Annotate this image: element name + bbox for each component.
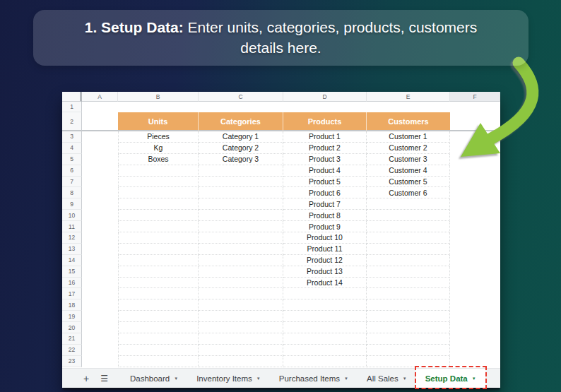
- cell-B22[interactable]: [118, 345, 199, 356]
- cell-F9[interactable]: [450, 198, 500, 210]
- cell-E3[interactable]: Customer 1: [367, 131, 450, 143]
- row-header-19[interactable]: 19: [62, 311, 82, 322]
- cell-A23[interactable]: [82, 356, 118, 367]
- cell-F10[interactable]: [450, 210, 500, 221]
- cell-E19[interactable]: [367, 311, 450, 322]
- cell-A4[interactable]: [82, 143, 118, 154]
- cell-F20[interactable]: [450, 322, 500, 333]
- cell-A15[interactable]: [82, 266, 118, 278]
- column-header-C[interactable]: C: [199, 92, 283, 102]
- cell-E9[interactable]: [367, 198, 450, 210]
- cell-D23[interactable]: [283, 356, 367, 367]
- row-header-23[interactable]: 23: [62, 356, 82, 367]
- cell-D22[interactable]: [283, 345, 367, 356]
- row-header-1[interactable]: 1: [62, 102, 82, 112]
- cell-A9[interactable]: [82, 198, 118, 210]
- cell-D4[interactable]: Product 2: [283, 143, 367, 154]
- cell-B21[interactable]: [118, 333, 199, 345]
- cell-A10[interactable]: [82, 210, 118, 221]
- row-header-4[interactable]: 4: [62, 143, 82, 154]
- row-header-2[interactable]: 2: [62, 112, 82, 131]
- cell-D21[interactable]: [283, 333, 367, 345]
- cell-F11[interactable]: [450, 221, 500, 232]
- cell-E23[interactable]: [367, 356, 450, 367]
- cell-F2[interactable]: [450, 112, 500, 131]
- cell-D1[interactable]: [283, 102, 367, 112]
- cell-A22[interactable]: [82, 345, 118, 356]
- cell-E5[interactable]: Customer 3: [367, 154, 450, 165]
- cell-D9[interactable]: Product 7: [283, 198, 367, 210]
- cell-F22[interactable]: [450, 345, 500, 356]
- cell-A6[interactable]: [82, 165, 118, 177]
- row-header-15[interactable]: 15: [62, 266, 82, 278]
- row-header-5[interactable]: 5: [62, 154, 82, 165]
- cell-C18[interactable]: [199, 299, 283, 311]
- cell-C6[interactable]: [199, 165, 283, 177]
- cell-D12[interactable]: Product 10: [283, 232, 367, 244]
- select-all-corner[interactable]: [62, 92, 82, 102]
- cell-F7[interactable]: [450, 177, 500, 188]
- cell-A21[interactable]: [82, 333, 118, 345]
- cell-D14[interactable]: Product 12: [283, 255, 367, 266]
- cell-B17[interactable]: [118, 288, 199, 299]
- cell-C19[interactable]: [199, 311, 283, 322]
- column-header-F[interactable]: F: [450, 92, 500, 102]
- cell-B16[interactable]: [118, 278, 199, 289]
- cell-B14[interactable]: [118, 255, 199, 266]
- cell-C13[interactable]: [199, 244, 283, 255]
- cell-F18[interactable]: [450, 299, 500, 311]
- cell-F1[interactable]: [450, 102, 500, 112]
- row-header-11[interactable]: 11: [62, 221, 82, 232]
- cell-C15[interactable]: [199, 266, 283, 278]
- row-header-7[interactable]: 7: [62, 177, 82, 188]
- cell-B15[interactable]: [118, 266, 199, 278]
- cell-C7[interactable]: [199, 177, 283, 188]
- cell-F19[interactable]: [450, 311, 500, 322]
- column-header-D[interactable]: D: [283, 92, 367, 102]
- cell-A14[interactable]: [82, 255, 118, 266]
- cell-E14[interactable]: [367, 255, 450, 266]
- cell-B5[interactable]: Boxes: [118, 154, 199, 165]
- table-header-units[interactable]: Units: [118, 112, 199, 131]
- cell-B12[interactable]: [118, 232, 199, 244]
- cell-E21[interactable]: [367, 333, 450, 345]
- column-header-B[interactable]: B: [118, 92, 199, 102]
- cell-D7[interactable]: Product 5: [283, 177, 367, 188]
- cell-D8[interactable]: Product 6: [283, 187, 367, 198]
- cell-D10[interactable]: Product 8: [283, 210, 367, 221]
- cell-B3[interactable]: Pieces: [118, 131, 199, 143]
- cell-F3[interactable]: [450, 131, 500, 143]
- cell-C4[interactable]: Category 2: [199, 143, 283, 154]
- cell-F17[interactable]: [450, 288, 500, 299]
- cell-D11[interactable]: Product 9: [283, 221, 367, 232]
- cell-C1[interactable]: [199, 102, 283, 112]
- cell-C10[interactable]: [199, 210, 283, 221]
- cell-D3[interactable]: Product 1: [283, 131, 367, 143]
- row-header-3[interactable]: 3: [62, 131, 82, 143]
- column-header-A[interactable]: A: [82, 92, 118, 102]
- cell-A16[interactable]: [82, 278, 118, 289]
- cell-E13[interactable]: [367, 244, 450, 255]
- cell-A7[interactable]: [82, 177, 118, 188]
- cell-F4[interactable]: [450, 143, 500, 154]
- cell-D19[interactable]: [283, 311, 367, 322]
- cell-A2[interactable]: [82, 112, 118, 131]
- cell-F16[interactable]: [450, 278, 500, 289]
- sheet-tab-setup-data[interactable]: Setup Data▼: [416, 369, 485, 388]
- cell-A17[interactable]: [82, 288, 118, 299]
- all-sheets-icon[interactable]: ☰: [95, 369, 114, 388]
- cell-A20[interactable]: [82, 322, 118, 333]
- cell-F23[interactable]: [450, 356, 500, 367]
- cell-E10[interactable]: [367, 210, 450, 221]
- cell-A12[interactable]: [82, 232, 118, 244]
- cell-B7[interactable]: [118, 177, 199, 188]
- cell-F15[interactable]: [450, 266, 500, 278]
- cell-C8[interactable]: [199, 187, 283, 198]
- table-header-products[interactable]: Products: [283, 112, 367, 131]
- sheet-tab-all-sales[interactable]: All Sales▼: [358, 369, 416, 388]
- row-header-6[interactable]: 6: [62, 165, 82, 177]
- cell-E8[interactable]: Customer 6: [367, 187, 450, 198]
- cell-E11[interactable]: [367, 221, 450, 232]
- cell-B4[interactable]: Kg: [118, 143, 199, 154]
- cell-E7[interactable]: Customer 5: [367, 177, 450, 188]
